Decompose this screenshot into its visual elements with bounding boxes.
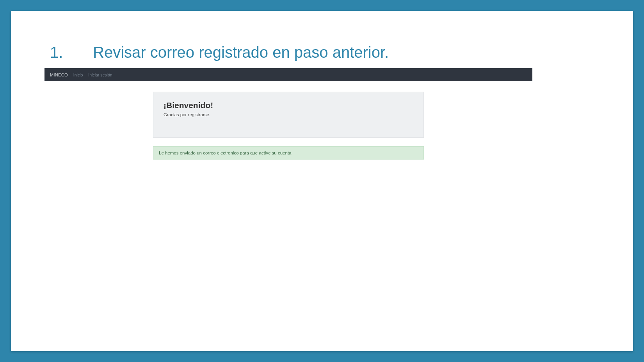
slide-heading: Revisar correo registrado en paso anteri… (93, 44, 389, 61)
alert-message: Le hemos enviado un correo electronico p… (159, 151, 291, 155)
slide-title: 1.Revisar correo registrado en paso ante… (50, 43, 602, 62)
content-column: ¡Bienvenido! Gracias por registrarse. Le… (153, 92, 424, 160)
welcome-subtitle: Gracias por registrarse. (164, 112, 413, 117)
alert-success: Le hemos enviado un correo electronico p… (153, 146, 424, 160)
nav-link-inicio[interactable]: Inicio (73, 73, 83, 77)
app-screenshot: MINECO Inicio Iniciar sesión ¡Bienvenido… (44, 68, 532, 174)
welcome-title: ¡Bienvenido! (164, 101, 413, 110)
slide-frame: 1.Revisar correo registrado en paso ante… (11, 11, 633, 351)
navbar-brand[interactable]: MINECO (50, 73, 68, 77)
welcome-card: ¡Bienvenido! Gracias por registrarse. (153, 92, 424, 138)
slide-number: 1. (50, 43, 93, 62)
navbar: MINECO Inicio Iniciar sesión (44, 68, 532, 81)
nav-link-iniciar-sesion[interactable]: Iniciar sesión (88, 73, 112, 77)
